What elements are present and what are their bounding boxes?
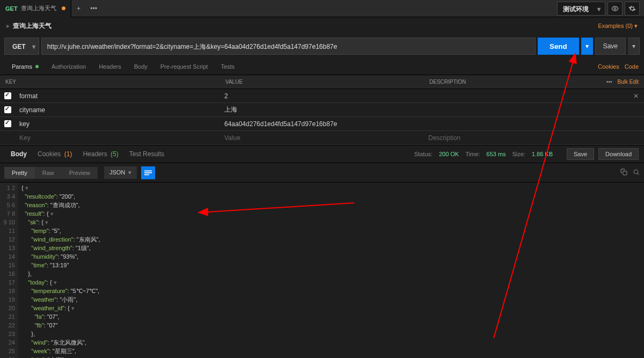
- time-label: Time:: [465, 151, 480, 157]
- col-key: KEY: [0, 75, 220, 89]
- svg-rect-3: [144, 174, 149, 175]
- send-button[interactable]: Send: [538, 38, 579, 55]
- view-tabs: Pretty Raw Preview JSON: [0, 163, 644, 182]
- tab-headers[interactable]: Headers: [92, 58, 128, 75]
- param-row[interactable]: key 64aa04d276d1ed4fd5a147d97e16b87e: [0, 117, 644, 131]
- url-input[interactable]: http://v.juhe.cn/weather/index?format=2&…: [41, 38, 536, 55]
- response-tabs: Body Cookies (1) Headers (5) Test Result…: [0, 145, 644, 163]
- request-name: 查询上海天气: [13, 21, 52, 31]
- param-row-new[interactable]: Key Value Description: [0, 131, 644, 145]
- param-desc-placeholder[interactable]: Description: [424, 131, 628, 144]
- resp-tab-headers[interactable]: Headers (5): [77, 150, 123, 158]
- param-delete[interactable]: ✕: [628, 89, 644, 103]
- tab-params[interactable]: Params: [5, 58, 45, 75]
- send-options-button[interactable]: ▾: [581, 38, 593, 55]
- wrap-toggle-button[interactable]: [141, 166, 155, 179]
- tab-method: GET: [5, 5, 18, 12]
- tab-prerequest[interactable]: Pre-request Script: [154, 58, 215, 75]
- tab-body[interactable]: Body: [128, 58, 154, 75]
- param-desc[interactable]: [424, 89, 628, 103]
- params-header: KEY VALUE DESCRIPTION ••• Bulk Edit: [0, 75, 644, 89]
- settings-button[interactable]: [625, 2, 640, 16]
- resp-tab-body[interactable]: Body: [5, 150, 32, 158]
- svg-line-6: [638, 173, 639, 174]
- line-gutter: 1 2 3 4 5 6 7 8 9 10 11 12 13 14 15 16 1…: [0, 182, 18, 358]
- save-response-button[interactable]: Save: [567, 148, 594, 160]
- request-tab[interactable]: GET 查询上海天气: [0, 0, 71, 17]
- tab-tests[interactable]: Tests: [214, 58, 241, 75]
- view-preview[interactable]: Preview: [62, 167, 98, 179]
- param-checkbox[interactable]: [0, 89, 15, 103]
- param-value[interactable]: 2: [220, 89, 424, 103]
- param-key[interactable]: cityname: [15, 103, 220, 116]
- status-value: 200 OK: [439, 151, 459, 157]
- tab-bar: GET 查询上海天气 + ••• 测试环境: [0, 0, 644, 17]
- svg-point-0: [614, 8, 616, 10]
- status-label: Status:: [414, 151, 433, 157]
- tab-title: 查询上海天气: [21, 4, 56, 12]
- resp-tab-cookies[interactable]: Cookies (1): [32, 150, 77, 158]
- svg-rect-2: [144, 172, 152, 173]
- download-button[interactable]: Download: [598, 148, 639, 160]
- tab-options-button[interactable]: •••: [86, 1, 101, 16]
- response-body: 1 2 3 4 5 6 7 8 9 10 11 12 13 14 15 16 1…: [0, 182, 644, 358]
- param-row[interactable]: cityname 上海: [0, 103, 644, 117]
- cookies-link[interactable]: Cookies: [598, 63, 619, 70]
- save-options-button[interactable]: ▾: [628, 38, 640, 55]
- unsaved-dot-icon: [62, 6, 65, 10]
- more-icon[interactable]: •••: [606, 79, 612, 85]
- param-key-placeholder[interactable]: Key: [15, 131, 220, 144]
- url-row: GET http://v.juhe.cn/weather/index?forma…: [0, 34, 644, 58]
- param-checkbox[interactable]: [0, 117, 15, 130]
- size-label: Size:: [512, 151, 525, 157]
- code-link[interactable]: Code: [625, 63, 639, 70]
- request-title-row: ▸ 查询上海天气 Examples (0) ▾: [0, 17, 644, 34]
- param-key[interactable]: key: [15, 117, 220, 130]
- save-button[interactable]: Save: [595, 38, 626, 55]
- search-icon[interactable]: [633, 169, 640, 177]
- param-key[interactable]: format: [15, 89, 220, 103]
- size-value: 1.86 KB: [532, 151, 553, 157]
- collapse-caret-icon[interactable]: ▸: [6, 22, 10, 30]
- param-desc[interactable]: [424, 103, 628, 116]
- param-desc[interactable]: [424, 117, 628, 130]
- bulk-edit-link[interactable]: Bulk Edit: [618, 79, 639, 85]
- svg-point-5: [634, 170, 638, 174]
- copy-icon[interactable]: [620, 169, 627, 177]
- param-delete[interactable]: [628, 117, 644, 130]
- view-raw[interactable]: Raw: [35, 167, 62, 179]
- view-pretty[interactable]: Pretty: [4, 167, 35, 179]
- svg-rect-4: [623, 171, 627, 174]
- svg-rect-1: [144, 170, 152, 171]
- env-quicklook-button[interactable]: [608, 2, 623, 16]
- examples-dropdown[interactable]: Examples (0) ▾: [598, 23, 638, 30]
- new-tab-button[interactable]: +: [71, 1, 86, 16]
- request-subtabs: Params Authorization Headers Body Pre-re…: [0, 58, 644, 75]
- code-content[interactable]: { ▾ "resultcode": "200", "reason": "查询成功…: [18, 182, 644, 358]
- col-value: VALUE: [220, 75, 424, 89]
- param-delete[interactable]: [628, 103, 644, 116]
- active-dot-icon: [35, 65, 39, 68]
- param-value-placeholder[interactable]: Value: [220, 131, 424, 144]
- resp-tab-tests[interactable]: Test Results: [124, 150, 170, 158]
- method-selector[interactable]: GET: [4, 38, 39, 55]
- environment-selector[interactable]: 测试环境: [557, 2, 605, 16]
- col-description: DESCRIPTION: [424, 75, 601, 89]
- time-value: 653 ms: [486, 151, 506, 157]
- param-value[interactable]: 64aa04d276d1ed4fd5a147d97e16b87e: [220, 117, 424, 130]
- format-selector[interactable]: JSON: [104, 166, 137, 179]
- param-checkbox[interactable]: [0, 103, 15, 116]
- param-value[interactable]: 上海: [220, 103, 424, 116]
- tab-authorization[interactable]: Authorization: [45, 58, 92, 75]
- param-row[interactable]: format 2 ✕: [0, 89, 644, 103]
